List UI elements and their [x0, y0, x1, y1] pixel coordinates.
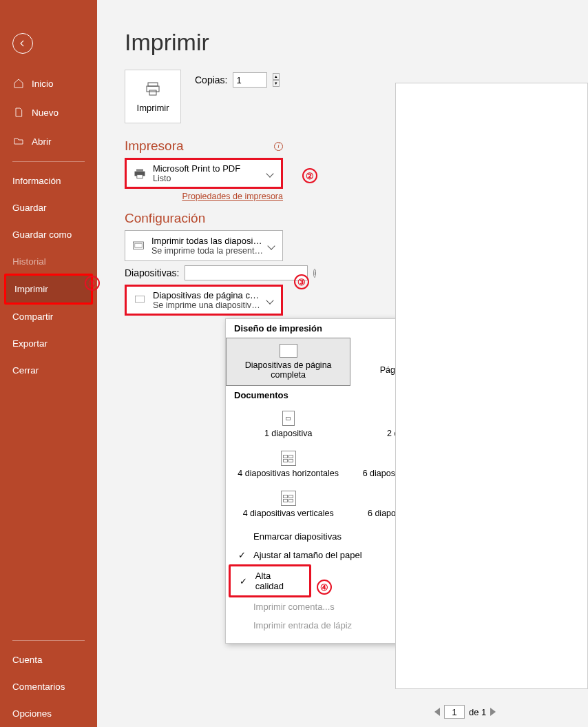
next-page-button[interactable]	[490, 708, 496, 716]
nav-label: Información	[12, 176, 61, 186]
nav-guardar[interactable]: Guardar	[0, 194, 97, 221]
slide-page-icon	[132, 293, 147, 308]
print-button-label: Imprimir	[137, 103, 169, 113]
new-file-icon	[12, 106, 25, 119]
slides-stack-icon	[131, 238, 146, 254]
copies-spinner[interactable]: ▴▾	[273, 73, 280, 87]
annotation-highlight-imprimir: Imprimir	[4, 274, 93, 305]
nav-label: Cerrar	[12, 365, 39, 376]
handout-4h-icon	[281, 451, 296, 466]
nav-informacion[interactable]: Información	[0, 167, 97, 194]
slides-label: Diapositivas:	[125, 267, 179, 278]
config-section-label: Configuración	[125, 211, 283, 226]
divider	[12, 161, 85, 162]
nav-compartir[interactable]: Compartir	[0, 303, 97, 330]
page-total: de 1	[469, 707, 486, 717]
annotation-2: ②	[302, 168, 317, 183]
nav-guardar-como[interactable]: Guardar como	[0, 221, 97, 248]
print-panel: Imprimir Imprimir Copias: ▴▾ Impresora i…	[97, 0, 588, 727]
slides-input[interactable]	[185, 265, 308, 280]
annotation-3: ③	[294, 274, 309, 289]
nav-exportar[interactable]: Exportar	[0, 330, 97, 357]
nav-historial: Historial	[0, 248, 97, 275]
divider	[12, 640, 85, 641]
info-icon[interactable]: i	[313, 269, 316, 278]
handout-1-icon	[282, 411, 295, 426]
svg-rect-1	[147, 86, 159, 92]
chevron-down-icon	[266, 296, 273, 304]
printer-dropdown[interactable]: Microsoft Print to PDF Listo	[125, 158, 283, 189]
check-icon: ✓	[237, 550, 246, 560]
backstage-sidebar: Inicio Nuevo Abrir Información Guardar G…	[0, 0, 97, 727]
option-high-quality[interactable]: ✓Alta calidad	[229, 564, 311, 597]
handout-4h[interactable]: 4 diapositivas horizontales	[226, 444, 350, 484]
handout-4v-icon	[281, 491, 296, 506]
nav-label: Nuevo	[32, 107, 59, 118]
dropdown-line2: Se imprime toda la presenta...	[151, 246, 263, 256]
handout-1[interactable]: 1 diapositiva	[226, 405, 350, 444]
home-icon	[12, 77, 25, 90]
svg-rect-2	[149, 90, 156, 95]
printer-icon	[132, 166, 147, 181]
print-button[interactable]: Imprimir	[125, 70, 181, 123]
svg-rect-4	[136, 169, 143, 171]
nav-nuevo[interactable]: Nuevo	[0, 98, 97, 127]
full-slide-icon	[280, 344, 297, 358]
nav-label: Comentarios	[12, 682, 65, 692]
svg-rect-5	[137, 174, 143, 178]
layout-dropdown[interactable]: Diapositivas de página com... Se imprime…	[125, 285, 283, 316]
page-navigator: de 1	[434, 705, 496, 719]
copies-input[interactable]	[233, 72, 267, 88]
copies-label: Copias:	[195, 74, 227, 85]
open-folder-icon	[12, 135, 25, 147]
printer-status: Listo	[153, 174, 262, 183]
nav-comentarios[interactable]: Comentarios	[0, 673, 97, 700]
prev-page-button[interactable]	[434, 708, 440, 716]
printer-icon	[143, 81, 162, 97]
nav-label: Imprimir	[14, 284, 48, 294]
svg-rect-8	[135, 296, 144, 302]
back-button[interactable]	[12, 33, 33, 54]
printer-name: Microsoft Print to PDF	[153, 163, 262, 174]
print-preview	[395, 83, 588, 689]
svg-rect-0	[148, 83, 158, 86]
printer-section-label: Impresora i	[125, 139, 283, 154]
chevron-down-icon	[266, 170, 273, 177]
nav-label: Guardar como	[12, 229, 72, 240]
chevron-down-icon	[267, 242, 275, 249]
nav-label: Guardar	[12, 203, 47, 213]
nav-label: Abrir	[32, 136, 52, 147]
layout-full-page[interactable]: Diapositivas de página completa	[226, 338, 350, 386]
nav-abrir[interactable]: Abrir	[0, 127, 97, 156]
annotation-1: ①	[85, 276, 100, 291]
nav-cerrar[interactable]: Cerrar	[0, 357, 97, 384]
printer-properties-link[interactable]: Propiedades de impresora	[125, 192, 283, 201]
nav-cuenta[interactable]: Cuenta	[0, 646, 97, 673]
print-range-dropdown[interactable]: Imprimir todas las diapositi... Se impri…	[125, 230, 283, 261]
nav-opciones[interactable]: Opciones	[0, 700, 97, 727]
nav-inicio[interactable]: Inicio	[0, 69, 97, 98]
page-number-input[interactable]	[444, 705, 465, 719]
handout-4v[interactable]: 4 diapositivas verticales	[226, 484, 350, 524]
info-icon[interactable]: i	[274, 142, 283, 151]
nav-label: Cuenta	[12, 655, 43, 665]
nav-label: Opciones	[12, 708, 52, 719]
arrow-left-icon	[18, 39, 28, 48]
check-icon: ✓	[239, 576, 249, 586]
page-title: Imprimir	[125, 29, 588, 56]
nav-imprimir[interactable]: Imprimir	[6, 276, 91, 303]
nav-label: Historial	[12, 256, 46, 267]
nav-label: Inicio	[32, 79, 54, 89]
annotation-4: ④	[317, 580, 332, 595]
dropdown-line2: Se imprime una diapositiva...	[153, 300, 262, 310]
svg-rect-7	[135, 243, 143, 247]
nav-label: Compartir	[12, 311, 53, 322]
nav-label: Exportar	[12, 338, 48, 349]
dropdown-line1: Imprimir todas las diapositi...	[151, 236, 263, 246]
dropdown-line1: Diapositivas de página com...	[153, 290, 262, 300]
